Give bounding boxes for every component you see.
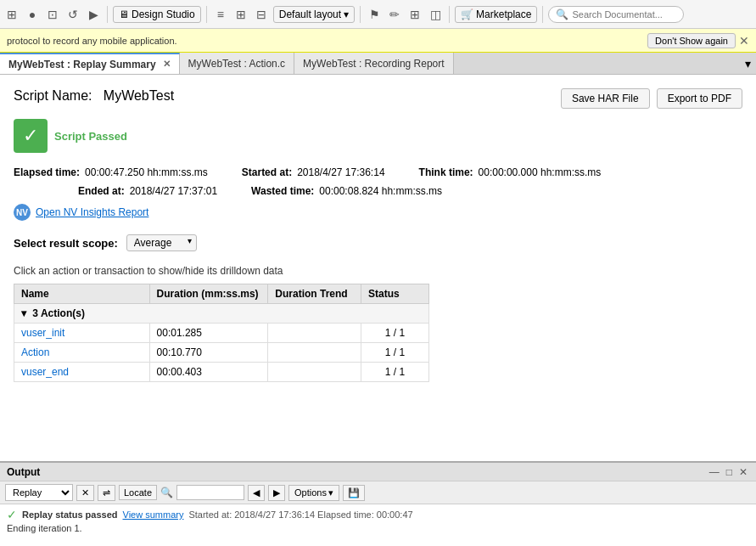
sep-1 — [107, 6, 108, 23]
started-label: Started at: — [242, 166, 292, 178]
pencil-icon[interactable]: ✏ — [386, 6, 403, 23]
col-duration: Duration (mm:ss.ms) — [149, 284, 268, 304]
icon-3[interactable]: ⊡ — [44, 6, 61, 23]
output-header: Output — □ ✕ — [0, 463, 756, 481]
output-source-select[interactable]: Replay All — [5, 484, 73, 501]
output-line2: Ending iteration 1. — [7, 523, 749, 533]
nv-insights-link[interactable]: Open NV Insights Report — [36, 206, 148, 218]
monitor-icon[interactable]: ◫ — [427, 6, 444, 23]
row-vuser-init-status: 1 / 1 — [361, 324, 429, 343]
results-table: Name Duration (mm:ss.ms) Duration Trend … — [14, 284, 429, 382]
design-studio-label: Design Studio — [132, 8, 195, 20]
output-prev-button[interactable]: ◀ — [248, 485, 265, 501]
output-status-icon: ✓ — [7, 508, 17, 521]
tab-action[interactable]: MyWebTest : Action.c — [180, 53, 295, 74]
ended-at-item: Ended at: 2018/4/27 17:37:01 — [78, 185, 217, 197]
search-box[interactable]: 🔍 — [548, 6, 684, 23]
search-input[interactable] — [572, 9, 674, 20]
output-close-icon[interactable]: ✕ — [737, 466, 749, 478]
output-save-button[interactable]: 💾 — [343, 485, 365, 501]
save-har-button[interactable]: Save HAR File — [561, 88, 650, 109]
output-stop-button[interactable]: ✕ — [76, 485, 94, 501]
tab-replay-summary-label: MyWebTest : Replay Summary — [8, 59, 156, 70]
row-action-status: 1 / 1 — [361, 343, 429, 363]
row-action-duration: 00:10.770 — [149, 343, 268, 363]
meta-row-2: Ended at: 2018/4/27 17:37:01 Wasted time… — [14, 185, 742, 197]
status-check-icon: ✓ — [14, 119, 48, 153]
layout-btn[interactable]: Default layout ▾ — [273, 6, 355, 23]
table-row: vuser_init 00:01.285 1 / 1 — [14, 324, 429, 343]
row-vuser-end-duration: 00:00.403 — [149, 363, 268, 382]
icon-1[interactable]: ⊞ — [3, 6, 20, 23]
output-content: ✓ Replay status passed View summary Star… — [0, 504, 756, 546]
output-minimize-icon[interactable]: — — [708, 466, 721, 478]
output-search-input[interactable] — [176, 485, 244, 500]
output-options-button[interactable]: Options ▾ — [288, 485, 339, 501]
col-status: Status — [361, 284, 429, 304]
elapsed-label: Elapsed time: — [14, 166, 80, 178]
close-notification-icon[interactable]: ✕ — [739, 34, 749, 48]
scope-select[interactable]: Average Minimum Maximum — [126, 234, 197, 251]
tab-replay-summary[interactable]: MyWebTest : Replay Summary ✕ — [0, 53, 180, 74]
main-toolbar: ⊞ ● ⊡ ↺ ▶ 🖥 Design Studio ≡ ⊞ ⊟ Default … — [0, 0, 756, 29]
script-name-label: Script Name: — [14, 88, 92, 103]
search-icon: 🔍 — [556, 8, 568, 20]
view-summary-link[interactable]: View summary — [123, 509, 184, 520]
col-name: Name — [14, 284, 150, 304]
script-header: Script Name: MyWebTest Save HAR File Exp… — [14, 88, 742, 109]
grid2-icon[interactable]: ⊟ — [253, 6, 270, 23]
tab-recording-report-label: MyWebTest : Recording Report — [303, 58, 445, 70]
output-toolbar: Replay All ✕ ⇌ Locate 🔍 ◀ ▶ Options ▾ 💾 — [0, 481, 756, 504]
wasted-label: Wasted time: — [251, 185, 314, 197]
row-vuser-init-name: vuser_init — [14, 324, 150, 343]
output-locate-button[interactable]: Locate — [119, 485, 157, 500]
design-studio-icon: 🖥 — [119, 8, 129, 20]
output-replay-status: Replay status passed — [22, 509, 118, 520]
notification-text: protocol to record any mobile applicatio… — [7, 36, 177, 46]
action-link[interactable]: Action — [21, 346, 49, 358]
nv-insights-row: NV Open NV Insights Report — [14, 204, 742, 221]
grid-icon[interactable]: ⊞ — [232, 6, 249, 23]
tab-action-label: MyWebTest : Action.c — [188, 58, 286, 70]
search-icon-output: 🔍 — [160, 487, 173, 498]
tab-close-replay-summary[interactable]: ✕ — [163, 59, 171, 70]
icon-5[interactable]: ▶ — [85, 6, 102, 23]
collapse-icon[interactable]: ▾ — [21, 307, 26, 319]
cart-icon: 🛒 — [461, 8, 473, 20]
output-status-detail: Started at: 2018/4/27 17:36:14 Elapsed t… — [188, 509, 412, 520]
script-name-value: MyWebTest — [104, 88, 174, 103]
scope-wrapper: Average Minimum Maximum — [126, 234, 197, 251]
tabs-row: MyWebTest : Replay Summary ✕ MyWebTest :… — [0, 53, 756, 75]
tiles-icon[interactable]: ⊞ — [406, 6, 423, 23]
output-controls: — □ ✕ — [708, 466, 749, 478]
output-next-button[interactable]: ▶ — [268, 485, 285, 501]
marketplace-btn[interactable]: 🛒 Marketplace — [455, 6, 537, 23]
output-title: Output — [7, 466, 40, 478]
design-studio-btn[interactable]: 🖥 Design Studio — [113, 6, 201, 23]
vuser-init-link[interactable]: vuser_init — [21, 327, 64, 339]
group-row-cell: ▾ 3 Action(s) — [14, 304, 429, 324]
dont-show-button[interactable]: Don't Show again — [647, 33, 736, 48]
ended-label: Ended at: — [78, 185, 125, 197]
vuser-end-link[interactable]: vuser_end — [21, 366, 69, 378]
elapsed-time-item: Elapsed time: 00:00:47.250 hh:mm:ss.ms — [14, 166, 208, 178]
meta-row-1: Elapsed time: 00:00:47.250 hh:mm:ss.ms S… — [14, 166, 742, 178]
icon-2[interactable]: ● — [24, 6, 41, 23]
tab-recording-report[interactable]: MyWebTest : Recording Report — [294, 53, 454, 74]
bars-icon[interactable]: ≡ — [212, 6, 229, 23]
icon-4[interactable]: ↺ — [64, 6, 81, 23]
export-pdf-button[interactable]: Export to PDF — [657, 88, 742, 109]
output-wrap-button[interactable]: ⇌ — [98, 485, 115, 501]
output-restore-icon[interactable]: □ — [725, 466, 734, 478]
script-passed-label: Script Passed — [54, 130, 127, 143]
scope-label: Select result scope: — [14, 237, 118, 250]
notification-bar: protocol to record any mobile applicatio… — [0, 29, 756, 53]
sep-2 — [206, 6, 207, 23]
elapsed-value: 00:00:47.250 hh:mm:ss.ms — [85, 166, 208, 178]
scope-row: Select result scope: Average Minimum Max… — [14, 234, 742, 251]
think-value: 00:00:00.000 hh:mm:ss.ms — [479, 166, 602, 178]
sep-5 — [542, 6, 543, 23]
output-panel: Output — □ ✕ Replay All ✕ ⇌ Locate 🔍 ◀ ▶… — [0, 461, 756, 546]
tabs-more-icon[interactable]: ▾ — [740, 53, 756, 74]
flag-icon[interactable]: ⚑ — [366, 6, 383, 23]
